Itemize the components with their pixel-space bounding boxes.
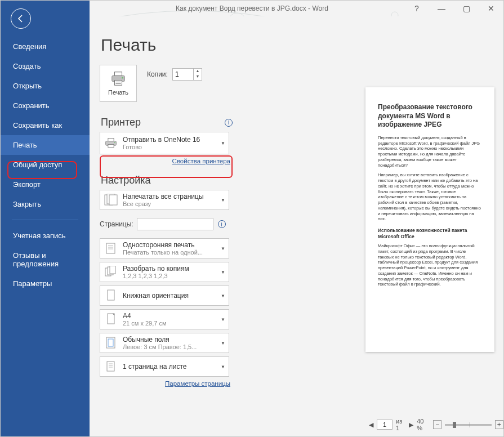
collate-icon [104,265,118,279]
setting-line2: 1,2,3 1,2,3 1,2,3 [123,273,218,279]
sides-icon [104,241,118,256]
setting-collate-dropdown[interactable]: Разобрать по копиям1,2,3 1,2,3 1,2,3▼ [100,262,229,282]
chevron-down-icon: ▼ [221,341,225,346]
backstage-sidebar: СведенияСоздатьОткрытьСохранитьСохранить… [1,1,90,436]
scope-icon [104,193,118,207]
sidebar-item-Печать[interactable]: Печать [1,135,90,155]
sidebar-item-Создать[interactable]: Создать [1,56,90,76]
setting-scope-dropdown[interactable]: Напечатать все страницыВсе сразу▼ [100,190,229,210]
zoom-in-button[interactable]: + [495,420,503,429]
chevron-down-icon: ▼ [221,246,225,251]
setting-line1: A4 [123,312,218,320]
setting-line1: 1 страница на листе [123,363,218,371]
setting-line2: Левое: 3 см Правое: 1,5... [123,344,218,350]
svg-point-11 [114,142,115,143]
sidebar-item-Параметры[interactable]: Параметры [1,274,90,293]
page-title: Печать [100,16,503,65]
preview-paragraph: Майкрософт Офис — это полнофункциональны… [378,243,482,287]
zoom-label: 40 % [417,418,430,431]
printer-dropdown[interactable]: Отправить в OneNote 16 Готово ▼ [100,132,229,154]
orient-icon [104,288,118,303]
setting-line1: Книжная ориентация [123,292,218,300]
size-icon [104,312,118,327]
svg-rect-15 [106,243,115,253]
copies-label: Копии: [147,70,168,78]
setting-line2: Печатать только на одной... [123,249,218,256]
sidebar-item-Отзывы и предложения[interactable]: Отзывы и предложения [1,246,90,274]
setting-line2: 21 см x 29,7 см [123,320,218,327]
setting-sides-dropdown[interactable]: Односторонняя печатьПечатать только на о… [100,238,229,258]
preview-paragraph: Перевести текстовый документ, созданный … [378,135,482,168]
svg-rect-21 [110,266,115,274]
chevron-down-icon: ▼ [221,317,225,322]
svg-rect-5 [114,81,122,85]
zoom-slider[interactable] [445,424,492,426]
info-icon[interactable]: i [218,220,226,228]
copies-input[interactable] [173,69,193,79]
chevron-down-icon: ▼ [221,198,225,203]
setting-line2: Все сразу [123,200,218,207]
info-icon[interactable]: i [225,119,233,127]
highlight-annotation [100,155,233,178]
setting-line1: Обычные поля [123,336,218,344]
printer-name: Отправить в OneNote 16 [123,136,218,144]
setting-line1: Напечатать все страницы [123,193,218,200]
page-of-label: из 1 [396,418,402,431]
svg-rect-8 [108,138,114,141]
chevron-down-icon: ▼ [221,364,225,369]
sidebar-item-Сохранить[interactable]: Сохранить [1,96,90,115]
printer-icon [110,71,127,87]
printer-icon [104,136,118,150]
prev-page-button[interactable]: ◀ [365,421,377,429]
setting-margins-dropdown[interactable]: Обычные поляЛевое: 3 см Правое: 1,5...▼ [100,333,229,353]
print-button-label: Печать [108,89,128,96]
setting-orient-dropdown[interactable]: Книжная ориентация▼ [100,286,229,306]
back-button[interactable] [11,8,31,29]
svg-rect-14 [109,195,117,205]
svg-rect-2 [114,72,122,76]
sidebar-item-Сохранить как[interactable]: Сохранить как [1,115,90,135]
printer-section-header: Принтер [101,117,141,128]
preview-paragraph: Например, вы хотите вставить изображение… [378,172,482,222]
chevron-down-icon: ▼ [221,270,225,275]
help-icon[interactable]: ? [404,1,429,16]
setting-sheet-dropdown[interactable]: 1 страница на листе▼ [100,356,229,377]
setting-size-dropdown[interactable]: A421 см x 29,7 см▼ [100,309,229,329]
sidebar-item-Учетная запись[interactable]: Учетная запись [1,226,90,246]
setting-line1: Разобрать по копиям [123,265,218,273]
pages-label: Страницы: [100,220,133,228]
print-preview: Преобразование текстового документа MS W… [365,87,494,414]
preview-footer: ◀ из 1 ▶ 40 % − + [365,417,494,432]
zoom-out-button[interactable]: − [433,420,441,429]
pages-input[interactable] [137,218,213,230]
sidebar-item-Сведения[interactable]: Сведения [1,37,90,56]
highlight-annotation [7,161,77,179]
print-button[interactable]: Печать [100,65,137,102]
preview-page: Преобразование текстового документа MS W… [365,87,494,352]
maximize-button[interactable]: ▢ [454,1,479,16]
preview-subheading: Использование возможностей пакета Micros… [378,228,482,240]
svg-rect-26 [107,362,114,371]
close-button[interactable]: ✕ [479,1,503,16]
next-page-button[interactable]: ▶ [405,421,417,429]
sidebar-item-Открыть[interactable]: Открыть [1,76,90,96]
page-setup-link[interactable]: Параметры страницы [100,380,230,387]
svg-rect-10 [108,145,114,148]
svg-rect-22 [108,290,114,300]
svg-point-4 [122,77,123,79]
printer-status: Готово [123,144,218,150]
current-page-input[interactable] [377,420,393,430]
minimize-button[interactable]: — [429,1,454,16]
chevron-down-icon: ▼ [221,293,225,298]
sheet-icon [104,359,118,374]
copies-spinner[interactable]: ▲ ▼ [172,68,202,81]
sidebar-item-Закрыть[interactable]: Закрыть [1,194,90,214]
setting-line1: Односторонняя печать [123,241,218,249]
svg-rect-23 [108,314,114,324]
margins-icon [104,336,118,350]
preview-heading: Преобразование текстового документа MS W… [378,103,482,130]
spinner-up[interactable]: ▲ [194,69,202,74]
window-title: Как документ Ворд перевести в JPG.docx -… [176,5,328,12]
spinner-down[interactable]: ▼ [194,74,202,80]
chevron-down-icon: ▼ [221,141,225,146]
